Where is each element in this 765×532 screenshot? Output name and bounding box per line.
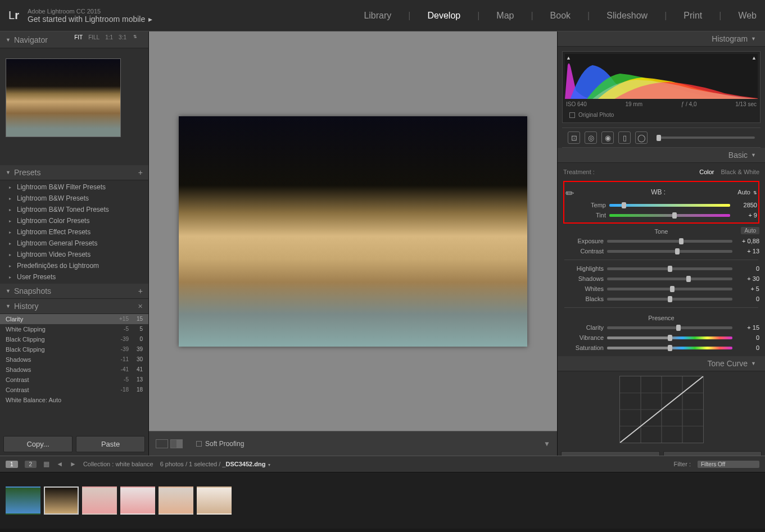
clarity-slider[interactable] [607, 326, 732, 329]
add-snapshot-icon[interactable]: + [138, 287, 143, 295]
preset-folder[interactable]: Lightroom B&W Toned Presets [0, 204, 148, 215]
shadow-clip-icon[interactable]: ▲ [566, 55, 571, 61]
crop-tool-icon[interactable]: ⊡ [568, 131, 580, 144]
module-library[interactable]: Library [364, 11, 391, 21]
reset-button[interactable]: Reset [663, 451, 762, 456]
exposure-slider[interactable] [607, 240, 732, 243]
mask-slider[interactable] [657, 137, 755, 139]
clear-history-icon[interactable]: ✕ [138, 303, 143, 310]
filter-dropdown[interactable]: Filters Off [698, 461, 759, 468]
wb-eyedropper-icon[interactable]: ✎ [563, 183, 582, 202]
module-print[interactable]: Print [683, 11, 702, 21]
history-item[interactable]: Clarity+1515 [0, 314, 148, 324]
history-item[interactable]: White Clipping-55 [0, 324, 148, 334]
preset-folder[interactable]: User Presets [0, 271, 148, 283]
temp-value[interactable]: 2850 [734, 202, 757, 208]
thumbnail[interactable] [120, 486, 155, 515]
contrast-slider[interactable] [607, 250, 732, 253]
history-item[interactable]: Black Clipping-390 [0, 334, 148, 344]
shadows-slider[interactable] [607, 278, 732, 280]
mobile-link[interactable]: Get started with Lightroom mobile▸ [28, 15, 152, 24]
vibrance-slider[interactable] [607, 337, 732, 339]
previous-button[interactable]: Previous [561, 451, 660, 456]
blacks-slider[interactable] [607, 298, 732, 301]
history-item[interactable]: Shadows-1130 [0, 354, 148, 365]
treatment-bw[interactable]: Black & White [721, 169, 759, 175]
saturation-slider[interactable] [607, 347, 732, 349]
navigator-header[interactable]: ▼Navigator FIT FILL 1:1 3:1⇅ [0, 31, 148, 48]
basic-header[interactable]: Basic▼ [558, 148, 765, 163]
treatment-color[interactable]: Color [699, 169, 714, 175]
whites-slider[interactable] [607, 288, 732, 290]
loupe-view-icon[interactable] [156, 439, 168, 448]
snapshots-header[interactable]: ▼Snapshots+ [0, 284, 148, 299]
temp-slider[interactable] [609, 204, 730, 207]
prev-photo-icon[interactable]: ◄ [56, 460, 63, 468]
preset-folder[interactable]: Lightroom Effect Presets [0, 226, 148, 238]
radial-tool-icon[interactable]: ◯ [635, 131, 648, 144]
add-preset-icon[interactable]: + [138, 168, 143, 177]
compare-view-icon[interactable] [170, 439, 183, 448]
thumbnail-selected[interactable] [44, 486, 79, 515]
thumbnail[interactable] [6, 486, 40, 515]
preset-folder[interactable]: Lightroom Color Presets [0, 215, 148, 226]
thumbnail[interactable] [82, 486, 117, 515]
original-photo-checkbox[interactable] [569, 112, 575, 118]
module-develop[interactable]: Develop [427, 11, 460, 21]
module-web[interactable]: Web [738, 11, 757, 21]
shadows-value[interactable]: + 30 [736, 275, 759, 282]
module-map[interactable]: Map [496, 11, 514, 21]
toolbar-menu-icon[interactable]: ▼ [544, 440, 550, 448]
blacks-value[interactable]: 0 [736, 295, 759, 302]
module-slideshow[interactable]: Slideshow [606, 11, 648, 21]
exposure-value[interactable]: + 0,88 [736, 238, 759, 244]
thumbnail[interactable] [159, 486, 193, 515]
history-header[interactable]: ▼History✕ [0, 299, 148, 314]
soft-proof-checkbox[interactable] [196, 441, 202, 447]
grid-icon[interactable]: ▦ [43, 460, 49, 468]
zoom-3-1[interactable]: 3:1 [119, 34, 126, 40]
tint-value[interactable]: + 9 [734, 212, 757, 219]
histogram-graph[interactable]: ▲ ▲ [565, 54, 758, 99]
preset-folder[interactable]: Lightroom B&W Filter Presets [0, 181, 148, 193]
filmstrip[interactable] [0, 472, 765, 529]
tint-slider[interactable] [609, 214, 730, 217]
wb-dropdown[interactable]: Auto ⇅ [737, 189, 757, 195]
histogram-header[interactable]: Histogram▼ [558, 31, 765, 47]
highlights-value[interactable]: 0 [736, 265, 759, 272]
main-photo[interactable] [179, 116, 527, 347]
second-window-button[interactable]: 2 [25, 461, 37, 468]
history-item[interactable]: Contrast-1818 [0, 385, 148, 395]
zoom-fit[interactable]: FIT [74, 34, 83, 40]
preset-folder[interactable]: Lightroom Video Presets [0, 249, 148, 260]
highlights-slider[interactable] [607, 267, 732, 270]
next-photo-icon[interactable]: ► [70, 460, 76, 468]
history-item[interactable]: Contrast-513 [0, 375, 148, 385]
spot-tool-icon[interactable]: ◎ [585, 131, 597, 144]
zoom-fill[interactable]: FILL [88, 34, 99, 40]
tone-curve-header[interactable]: Tone Curve▼ [558, 356, 765, 371]
thumbnail[interactable] [197, 486, 232, 515]
saturation-value[interactable]: 0 [736, 344, 759, 351]
collection-label[interactable]: Collection : white balance [83, 461, 153, 467]
whites-value[interactable]: + 5 [736, 285, 759, 292]
preset-folder[interactable]: Lightroom General Presets [0, 238, 148, 249]
navigator-thumbnail[interactable] [6, 58, 121, 137]
history-item[interactable]: Shadows-4141 [0, 365, 148, 375]
vibrance-value[interactable]: 0 [736, 334, 759, 341]
preset-folder[interactable]: Lightroom B&W Presets [0, 193, 148, 204]
module-book[interactable]: Book [550, 11, 571, 21]
gradient-tool-icon[interactable]: ▯ [618, 131, 631, 144]
redeye-tool-icon[interactable]: ◉ [601, 131, 614, 144]
copy-button[interactable]: Copy... [3, 436, 73, 452]
zoom-1-1[interactable]: 1:1 [105, 34, 113, 40]
highlight-clip-icon[interactable]: ▲ [752, 55, 757, 61]
paste-button[interactable]: Paste [76, 436, 145, 452]
preset-folder[interactable]: Predefinições do Lightroom [0, 260, 148, 271]
clarity-value[interactable]: + 15 [736, 324, 759, 331]
tone-auto-button[interactable]: Auto [741, 227, 759, 234]
presets-header[interactable]: ▼Presets+ [0, 165, 148, 180]
history-item[interactable]: White Balance: Auto [0, 395, 148, 404]
tone-curve-graph[interactable] [619, 376, 704, 443]
history-item[interactable]: Black Clipping-3939 [0, 344, 148, 354]
